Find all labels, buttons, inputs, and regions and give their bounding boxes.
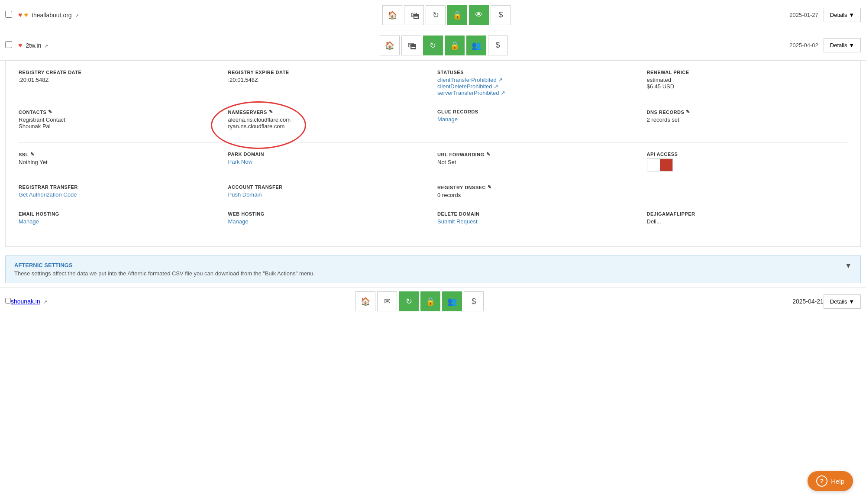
submit-request-link[interactable]: Submit Request xyxy=(437,218,478,225)
details-button[interactable]: Details ▼ xyxy=(824,8,861,22)
dejigamaflipper-value: Deli... xyxy=(647,218,848,225)
registrant-name: Shounak Pal xyxy=(19,123,220,129)
web-hosting-cell: WEB HOSTING Manage xyxy=(228,211,429,225)
dejigamaflipper-cell: DEJIGAMAFLIPPER Deli... xyxy=(647,211,848,225)
screen-icon: ▬ xyxy=(410,44,416,49)
ssl-cell: SSL ✎ Nothing Yet xyxy=(19,152,220,171)
email-icon-btn[interactable]: ✉ ▬ xyxy=(401,36,421,55)
web-hosting-manage-link-a[interactable]: Manage xyxy=(228,218,249,225)
nameserver-2: ryan.ns.cloudflare.com xyxy=(228,123,429,129)
registry-create-date-value: :20:01.548Z xyxy=(19,77,220,83)
park-now-link-a[interactable]: Park Now xyxy=(228,158,252,165)
email-hosting-cell: EMAIL HOSTING Manage xyxy=(19,211,220,225)
lock-icon-btn[interactable]: 🔒 xyxy=(447,5,467,25)
ssl-value: Nothing Yet xyxy=(19,159,220,165)
web-hosting-label: WEB HOSTING xyxy=(228,211,429,216)
glue-records-label: GLUE RECORDS xyxy=(437,109,638,114)
dollar-icon-btn[interactable]: $ xyxy=(488,36,508,55)
registry-dnssec-edit-icon: ✎ xyxy=(488,184,492,190)
dns-records-edit-icon: ✎ xyxy=(686,109,690,115)
push-domain-link-a[interactable]: Push Domain xyxy=(228,191,262,198)
dollar-icon-btn[interactable]: $ xyxy=(491,5,511,25)
home-icon-btn[interactable]: 🏠 xyxy=(380,36,400,55)
nameservers-cell: NAMESERVERS ✎ aleena.ns.cloudflare.com r… xyxy=(228,109,429,129)
status-clientdelete[interactable]: clientDeleteProhibited ↗ xyxy=(437,83,638,90)
get-auth-code-link-a[interactable]: Get Authorization Code xyxy=(19,191,77,198)
registry-create-date-label: REGISTRY CREATE DATE xyxy=(19,70,220,75)
renewal-price-value: $6.45 USD xyxy=(647,83,848,90)
details-button[interactable]: Details ▼ xyxy=(824,294,861,309)
delete-domain-label: DELETE DOMAIN xyxy=(437,211,638,216)
registrant-contact-label: Registrant Contact xyxy=(19,116,220,123)
home-icon-btn[interactable]: 🏠 xyxy=(382,5,402,25)
email-hosting-manage-link-a[interactable]: Manage xyxy=(19,218,39,225)
renewal-price-cell: RENEWAL PRICE estimated $6.45 USD xyxy=(647,70,848,96)
dns-records-value: 2 records set xyxy=(647,116,848,123)
account-transfer-label: ACCOUNT TRANSFER xyxy=(228,184,429,190)
status-clienttransfer[interactable]: clientTransferProhibited ↗ xyxy=(437,77,638,83)
lock-icon-btn[interactable]: 🔒 xyxy=(445,36,465,55)
url-forwarding-cell: URL FORWARDING ✎ Not Set xyxy=(437,152,638,171)
park-now-link[interactable]: Park Now xyxy=(228,158,429,165)
select-checkbox[interactable] xyxy=(5,11,18,19)
get-auth-code-link[interactable]: Get Authorization Code xyxy=(19,191,220,198)
select-checkbox[interactable] xyxy=(5,298,11,305)
registry-dnssec-cell: REGISTRY DNSSEC ✎ 0 records xyxy=(437,184,638,198)
domain-date: 2025-04-21 xyxy=(792,298,824,305)
afternic-chevron-down-icon[interactable]: ▼ xyxy=(845,262,852,270)
refresh-icon-btn[interactable]: ↻ xyxy=(399,291,419,311)
email-hosting-manage-link[interactable]: Manage xyxy=(19,218,220,225)
domain-name-cell: 2tw.in ↗ xyxy=(26,42,113,49)
heart-tag-icon: ♥ xyxy=(18,11,23,19)
api-toggle[interactable] xyxy=(647,158,673,171)
registry-create-date-cell: REGISTRY CREATE DATE :20:01.548Z xyxy=(19,70,220,96)
ssl-edit-icon: ✎ xyxy=(30,152,35,157)
domain-row-theallabout: ♥ ♥ theallabout.org ↗ 🏠 ✉ ▬ ↻ 🔒 👁 $ 2025… xyxy=(0,0,866,30)
glue-records-manage-link[interactable]: Manage xyxy=(437,116,458,123)
email-icon-btn[interactable]: ✉ ▬ xyxy=(404,5,424,25)
status-servertransfer[interactable]: serverTransferProhibited ↗ xyxy=(437,90,638,96)
dejigamaflipper-label: DEJIGAMAFLIPPER xyxy=(647,211,848,216)
statuses-list: clientTransferProhibited ↗ clientDeleteP… xyxy=(437,77,638,96)
dollar-icon-btn[interactable]: $ xyxy=(464,291,484,311)
refresh-icon-btn[interactable]: ↻ xyxy=(423,36,443,55)
web-hosting-manage-link[interactable]: Manage xyxy=(228,218,429,225)
nameservers-edit-icon: ✎ xyxy=(269,109,273,115)
email-icon-btn[interactable]: ✉ xyxy=(377,291,397,311)
domain-name-cell: shounak.in ↗ xyxy=(11,298,47,305)
domain-link[interactable]: 2tw.in xyxy=(26,42,42,49)
park-domain-label: PARK DOMAIN xyxy=(228,152,429,157)
refresh-icon-btn[interactable]: ↻ xyxy=(426,5,446,25)
push-domain-link[interactable]: Push Domain xyxy=(228,191,429,198)
registry-expire-date-cell: REGISTRY EXPIRE DATE :20:01.548Z xyxy=(228,70,429,96)
account-transfer-cell: ACCOUNT TRANSFER Push Domain xyxy=(228,184,429,198)
contacts-cell: CONTACTS ✎ Registrant Contact Shounak Pa… xyxy=(19,109,220,129)
lock-icon-btn[interactable]: 🔒 xyxy=(420,291,440,311)
ssl-label: SSL ✎ xyxy=(19,152,220,157)
detail-grid-row1: REGISTRY CREATE DATE :20:01.548Z REGISTR… xyxy=(19,70,847,96)
details-button[interactable]: Details ▼ xyxy=(824,38,861,52)
heart-tag-icon: ♥ xyxy=(18,42,23,49)
statuses-cell: STATUSES clientTransferProhibited ↗ clie… xyxy=(437,70,638,96)
registry-dnssec-value: 0 records xyxy=(437,192,638,198)
delete-domain-submit-link[interactable]: Submit Request xyxy=(437,218,638,225)
detail-grid-row4: REGISTRAR TRANSFER Get Authorization Cod… xyxy=(19,184,847,198)
people-icon-btn[interactable]: 👥 xyxy=(466,36,486,55)
select-checkbox[interactable] xyxy=(5,41,18,49)
home-icon-btn[interactable]: 🏠 xyxy=(355,291,375,311)
contacts-label: CONTACTS ✎ xyxy=(19,109,220,115)
domain-row-2tw: ♥ 2tw.in ↗ 🏠 ✉ ▬ ↻ 🔒 👥 $ 2025-04-02 Deta… xyxy=(0,30,866,61)
external-link-icon: ↗ xyxy=(75,13,79,18)
renewal-price-label: RENEWAL PRICE xyxy=(647,70,848,75)
people-icon-btn[interactable]: 👥 xyxy=(442,291,462,311)
domain-name-cell: theallabout.org ↗ xyxy=(32,12,118,19)
domain-link[interactable]: theallabout.org xyxy=(32,12,72,19)
eye-icon-btn[interactable]: 👁 xyxy=(469,5,489,25)
email-hosting-label: EMAIL HOSTING xyxy=(19,211,220,216)
glue-records-manage[interactable]: Manage xyxy=(437,116,638,123)
dns-records-label: DNS RECORDS ✎ xyxy=(647,109,848,115)
detail-panel: REGISTRY CREATE DATE :20:01.548Z REGISTR… xyxy=(5,61,861,247)
section-divider xyxy=(19,142,847,143)
statuses-label: STATUSES xyxy=(437,70,638,75)
domain-link[interactable]: shounak.in xyxy=(11,298,40,305)
